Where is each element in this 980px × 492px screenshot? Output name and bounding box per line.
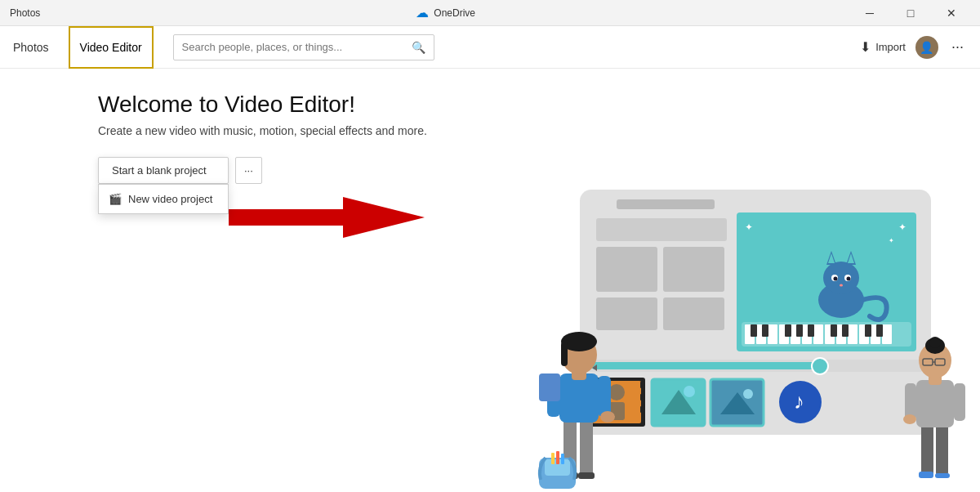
svg-rect-84 (935, 473, 950, 478)
svg-rect-71 (578, 472, 595, 479)
svg-rect-80 (539, 373, 560, 401)
svg-rect-6 (596, 297, 657, 330)
minimize-button[interactable]: ─ (851, 0, 889, 26)
svg-rect-83 (919, 472, 933, 478)
more-button[interactable]: ··· (948, 38, 967, 56)
svg-rect-81 (921, 423, 933, 476)
dropdown-menu: 🎬 New video project (98, 184, 229, 214)
svg-rect-5 (663, 247, 724, 292)
svg-rect-98 (551, 453, 555, 464)
svg-rect-78 (598, 376, 611, 417)
svg-rect-33 (848, 324, 858, 344)
svg-point-48 (812, 358, 828, 374)
import-button[interactable]: ⬇ Import (860, 39, 906, 55)
svg-rect-38 (762, 324, 768, 337)
svg-rect-99 (556, 451, 559, 464)
svg-rect-45 (876, 324, 883, 337)
svg-rect-40 (796, 324, 803, 337)
svg-point-21 (847, 277, 851, 281)
svg-rect-76 (561, 342, 568, 366)
svg-point-22 (840, 284, 843, 287)
svg-text:♪: ♪ (794, 389, 804, 414)
nav-bar: Photos Video Editor 🔍 ⬇ Import 👤 ··· (0, 26, 980, 69)
svg-rect-39 (785, 324, 791, 337)
svg-text:✦: ✦ (889, 237, 894, 244)
onedrive-label: OneDrive (434, 7, 475, 19)
app-title: Photos (10, 7, 40, 19)
svg-point-62 (684, 386, 695, 397)
svg-point-65 (743, 389, 753, 399)
svg-rect-37 (751, 324, 757, 337)
svg-marker-0 (229, 197, 425, 238)
dropdown-container: Start a blank project 🎬 New video projec… (98, 157, 229, 184)
import-label: Import (875, 41, 906, 53)
search-input[interactable] (182, 41, 405, 53)
svg-rect-41 (808, 324, 814, 337)
svg-rect-82 (936, 423, 948, 476)
welcome-title: Welcome to Video Editor! (98, 92, 947, 118)
svg-rect-7 (663, 297, 724, 330)
more-options-button[interactable]: ··· (235, 157, 262, 184)
main-illustration: ✦ ✦ ✦ (490, 165, 980, 492)
start-blank-project-button[interactable]: Start a blank project (98, 157, 229, 184)
title-bar: Photos ☁ OneDrive ─ □ ✕ (0, 0, 980, 26)
svg-rect-4 (596, 247, 657, 292)
maximize-button[interactable]: □ (892, 0, 929, 26)
svg-point-95 (903, 414, 916, 424)
search-bar[interactable]: 🔍 (173, 34, 434, 60)
onedrive-icon: ☁ (416, 5, 429, 20)
hero-illustration: ✦ ✦ ✦ (490, 165, 980, 492)
svg-rect-47 (592, 362, 821, 369)
svg-rect-26 (768, 324, 777, 344)
svg-point-79 (600, 411, 615, 423)
svg-rect-44 (865, 324, 871, 337)
svg-rect-42 (831, 324, 837, 337)
welcome-subtitle: Create a new video with music, motion, s… (98, 124, 947, 137)
svg-rect-69 (580, 418, 593, 476)
svg-rect-57 (640, 406, 645, 413)
svg-text:✦: ✦ (898, 221, 906, 233)
search-icon: 🔍 (412, 41, 425, 54)
svg-rect-100 (561, 454, 564, 464)
svg-rect-30 (813, 324, 823, 344)
onedrive-area: ☁ OneDrive (416, 5, 475, 20)
svg-rect-94 (954, 383, 965, 421)
import-icon: ⬇ (860, 39, 871, 55)
svg-point-89 (929, 337, 941, 348)
new-video-project-item[interactable]: 🎬 New video project (99, 185, 228, 213)
nav-photos-label[interactable]: Photos (13, 41, 49, 54)
avatar[interactable]: 👤 (915, 36, 938, 59)
video-project-icon: 🎬 (109, 193, 122, 205)
nav-right: ⬇ Import 👤 ··· (860, 36, 967, 59)
svg-rect-72 (559, 373, 599, 423)
tab-video-editor[interactable]: Video Editor (69, 26, 154, 69)
svg-point-20 (834, 277, 838, 281)
svg-text:✦: ✦ (745, 221, 753, 233)
svg-rect-43 (842, 324, 849, 337)
new-video-label: New video project (128, 193, 212, 205)
svg-rect-56 (640, 394, 645, 400)
svg-rect-3 (596, 218, 727, 241)
svg-rect-2 (617, 199, 715, 209)
close-button[interactable]: ✕ (933, 0, 970, 26)
title-bar-controls: ─ □ ✕ (851, 0, 970, 26)
svg-rect-55 (640, 382, 645, 388)
arrow-container (229, 193, 425, 245)
svg-point-13 (823, 262, 859, 294)
title-bar-left: Photos (10, 7, 40, 19)
svg-rect-85 (916, 380, 954, 427)
red-arrow-icon (229, 193, 425, 242)
svg-rect-36 (882, 324, 892, 344)
tab-video-editor-label: Video Editor (80, 41, 142, 54)
